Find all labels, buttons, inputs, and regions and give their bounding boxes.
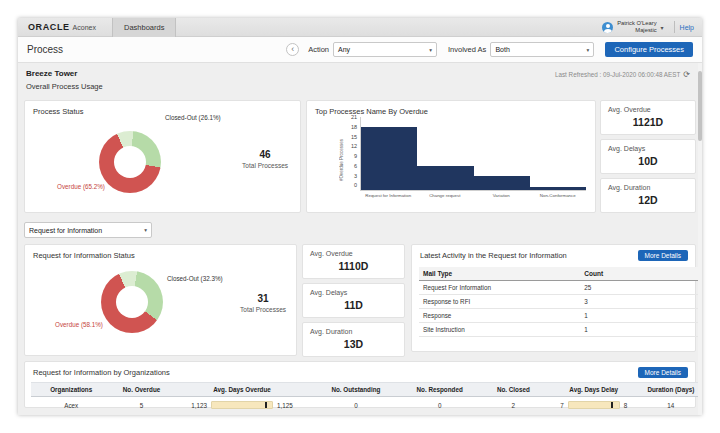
action-select[interactable]: Any ▾	[333, 42, 437, 57]
bar-variation	[474, 176, 530, 190]
user-name-line2: Majestic	[635, 27, 656, 33]
table-row: Response 1	[419, 309, 702, 323]
rfi-by-organizations-card: Request for Information by Organizations…	[24, 361, 696, 408]
user-name-line1: Patrick O'Leary	[617, 20, 656, 26]
y-tick-label: 12	[345, 144, 357, 150]
col-no-outstanding: No. Outstanding	[312, 383, 399, 397]
rfi-status-card: Request for Information Status Closed-Ou…	[24, 244, 297, 356]
y-axis-ticks: 211815129630	[345, 117, 357, 191]
process-status-card: Process Status Closed-Out (26.1%) Overdu…	[24, 100, 301, 213]
refresh-icon[interactable]: ⟳	[683, 70, 690, 79]
user-menu[interactable]: Patrick O'Leary Majestic ▾	[602, 20, 668, 33]
table-header-row: Mail Type Count	[419, 267, 702, 281]
no-overdue-cell: 5	[111, 397, 171, 414]
no-responded-cell: 0	[399, 397, 479, 414]
count-cell: 1	[580, 323, 702, 337]
rfi-avg-overdue-label: Avg. Overdue	[303, 245, 404, 257]
org-name-cell: Acex	[31, 397, 111, 414]
col-organizations: Organizations	[31, 383, 111, 397]
range-max: 1,125	[277, 402, 293, 409]
avg-overdue-card: Avg. Overdue 1121D	[600, 100, 696, 135]
rfi-stats-column: Avg. Overdue 1110D Avg. Delays 11D Avg. …	[302, 244, 405, 357]
range-max: 8	[624, 402, 628, 409]
total-processes: 31 Total Processes	[240, 293, 286, 313]
rfi-status-title: Request for Information Status	[33, 251, 135, 260]
rfi-avg-duration-card: Avg. Duration 13D	[302, 322, 405, 357]
collapse-filters-button[interactable]: ‹	[286, 43, 299, 56]
topbar-divider	[674, 21, 675, 33]
col-duration-days: Duration (Days)	[641, 383, 701, 397]
scrollbar-thumb[interactable]	[698, 71, 702, 141]
y-axis-label: #Overdue Processes	[339, 123, 344, 197]
top-processes-title: Top Processes Name By Overdue	[315, 107, 428, 116]
chevron-down-icon: ▾	[429, 47, 432, 53]
rfi-avg-overdue-card: Avg. Overdue 1110D	[302, 244, 405, 279]
y-tick-label: 18	[345, 125, 357, 131]
donut-hole	[116, 286, 148, 318]
range-slider	[568, 401, 620, 409]
user-name: Patrick O'Leary Majestic	[617, 20, 656, 33]
user-avatar-icon	[602, 22, 613, 33]
process-type-select[interactable]: Request for Information ▾	[24, 222, 152, 238]
last-refreshed-text: Last Refreshed : 09-Jul-2020 06:00:48 AE…	[555, 71, 680, 78]
process-type-select-value: Request for Information	[29, 227, 102, 234]
col-no-closed: No. Closed	[480, 383, 547, 397]
table-row: Acex 5 1,123 1,125 0 0 2	[31, 397, 701, 414]
page-title: Process	[27, 44, 63, 55]
overdue-label: Overdue (65.2%)	[57, 183, 105, 190]
col-count: Count	[580, 267, 702, 281]
rfi-avg-duration-value: 13D	[303, 338, 404, 350]
count-cell: 25	[580, 281, 702, 295]
rfi-avg-delays-label: Avg. Delays	[303, 284, 404, 296]
oracle-aconex-logo: ORACLE Aconex	[18, 22, 96, 32]
donut-hole	[114, 146, 146, 178]
y-tick-label: 15	[345, 135, 357, 141]
rfi-avg-delays-card: Avg. Delays 11D	[302, 283, 405, 318]
avg-delays-label: Avg. Delays	[601, 140, 695, 152]
no-closed-cell: 2	[480, 397, 547, 414]
configure-processes-button[interactable]: Configure Processes	[605, 42, 693, 57]
col-avg-days-overdue: Avg. Days Overdue	[172, 383, 313, 397]
brand-oracle: ORACLE	[28, 22, 70, 32]
avg-delays-value: 10D	[601, 155, 695, 167]
app-window: ORACLE Aconex Dashboards Patrick O'Leary…	[18, 18, 702, 415]
range-marker	[265, 402, 267, 408]
process-status-donut-chart	[99, 131, 161, 193]
y-tick-label: 21	[345, 115, 357, 121]
more-details-button[interactable]: More Details	[638, 367, 688, 378]
avg-overdue-label: Avg. Overdue	[601, 101, 695, 113]
help-link[interactable]: Help	[680, 24, 702, 31]
col-no-overdue: No. Overdue	[111, 383, 171, 397]
table-header-row: Organizations No. Overdue Avg. Days Over…	[31, 383, 701, 397]
top-navigation-bar: ORACLE Aconex Dashboards Patrick O'Leary…	[18, 18, 702, 37]
table-row: Request For Information 25	[419, 281, 702, 295]
avg-duration-value: 12D	[601, 194, 695, 206]
table-row: Site Instruction 1	[419, 323, 702, 337]
section-subtitle: Overall Process Usage	[26, 82, 694, 91]
count-cell: 3	[580, 295, 702, 309]
more-details-button[interactable]: More Details	[638, 250, 688, 261]
mail-type-cell: Response	[419, 309, 580, 323]
section-header: Breeze Tower Overall Process Usage Last …	[26, 69, 694, 91]
x-category-label: Non-Conformance	[532, 193, 584, 198]
latest-activity-table: Mail Type Count Request For Information …	[419, 267, 702, 337]
chevron-down-icon: ▾	[587, 47, 590, 53]
brand-aconex: Aconex	[73, 24, 96, 31]
count-cell: 1	[580, 309, 702, 323]
page-toolbar: Process ‹ Action Any ▾ Involved As Both …	[18, 37, 702, 63]
bar-plot-area	[360, 117, 586, 191]
vertical-scrollbar[interactable]	[698, 63, 702, 415]
x-category-label: Variation	[475, 193, 527, 198]
x-axis-labels: Request for InformationChange requestVar…	[360, 193, 586, 198]
organizations-table: Organizations No. Overdue Avg. Days Over…	[31, 382, 701, 413]
mail-type-cell: Site Instruction	[419, 323, 580, 337]
no-outstanding-cell: 0	[312, 397, 399, 414]
total-processes: 46 Total Processes	[242, 149, 288, 169]
involved-as-select[interactable]: Both ▾	[490, 42, 594, 57]
col-no-responded: No. Responded	[399, 383, 479, 397]
tab-dashboards[interactable]: Dashboards	[112, 18, 176, 37]
y-tick-label: 0	[345, 183, 357, 189]
y-tick-label: 6	[345, 164, 357, 170]
closed-out-label: Closed-Out (26.1%)	[165, 114, 221, 121]
range-slider	[211, 401, 273, 409]
